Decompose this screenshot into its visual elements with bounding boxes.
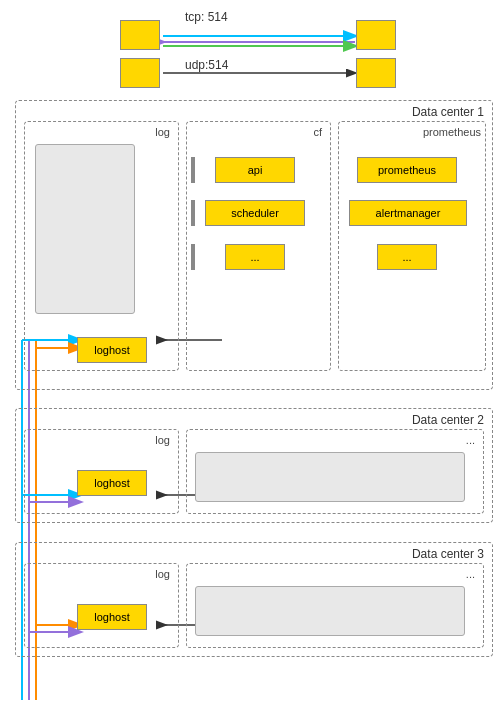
dc2-loghost: loghost [77,470,147,496]
dc3-label: Data center 3 [412,547,484,561]
dc1-alertmanager: alertmanager [349,200,467,226]
dc1-loghost: loghost [77,337,147,363]
tcp-left-box [120,20,160,50]
dc3-loghost: loghost [77,604,147,630]
dc1-log-section: log loghost [24,121,179,371]
dc1-prometheus-section: prometheus prometheus alertmanager ... [338,121,486,371]
dc3-log-label: log [155,568,170,580]
dc2-label: Data center 2 [412,413,484,427]
dc1-cf-dots: ... [225,244,285,270]
dc2-right-gray [195,452,465,502]
dc3-right-gray [195,586,465,636]
dc1-scheduler: scheduler [205,200,305,226]
tcp-right-box [356,20,396,50]
dc1-cf-label: cf [313,126,322,138]
tcp-label: tcp: 514 [185,10,228,24]
datacenter-2: Data center 2 log loghost ... [15,408,493,523]
dc3-dots-label: ... [466,568,475,580]
dc3-right-section: ... [186,563,484,648]
dc1-prometheus-box: prometheus [357,157,457,183]
udp-right-box [356,58,396,88]
udp-left-box [120,58,160,88]
dc1-api: api [215,157,295,183]
dc1-cf-section: cf api scheduler ... [186,121,331,371]
dc1-log-label: log [155,126,170,138]
dc1-prom-dots: ... [377,244,437,270]
dc1-label: Data center 1 [412,105,484,119]
dc2-log-section: log loghost [24,429,179,514]
dc2-log-label: log [155,434,170,446]
datacenter-1: Data center 1 log loghost cf api schedul… [15,100,493,390]
datacenter-3: Data center 3 log loghost ... [15,542,493,657]
dc1-prometheus-label: prometheus [423,126,481,138]
diagram: tcp: 514 udp:514 Data center 1 log logho… [0,0,504,712]
dc2-dots-label: ... [466,434,475,446]
dc2-right-section: ... [186,429,484,514]
udp-label: udp:514 [185,58,228,72]
dc3-log-section: log loghost [24,563,179,648]
dc1-log-gray [35,144,135,314]
